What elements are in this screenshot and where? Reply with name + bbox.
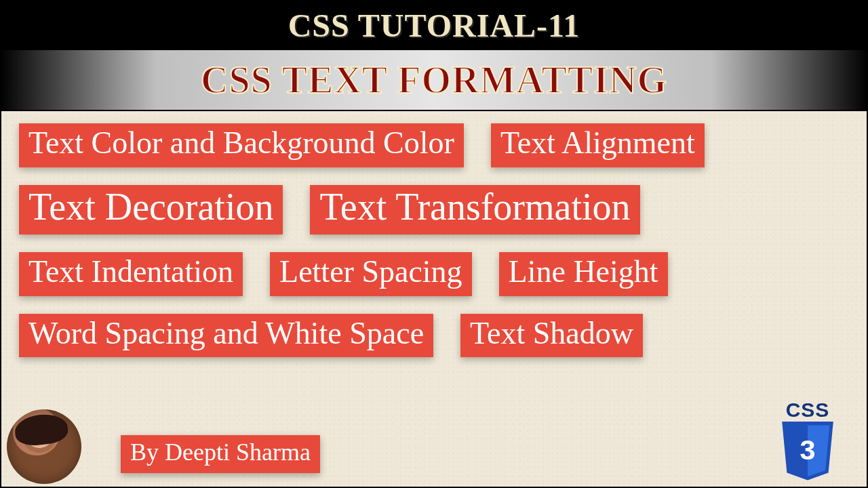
topic-tag: Word Spacing and White Space — [19, 314, 433, 358]
topic-row: Word Spacing and White Space Text Shadow — [19, 314, 849, 358]
topic-tag: Line Height — [499, 252, 668, 296]
topic-row: Text Color and Background Color Text Ali… — [19, 123, 849, 167]
shield-icon: 3 — [774, 422, 842, 483]
topic-tag: Letter Spacing — [270, 252, 472, 296]
css3-badge-number: 3 — [800, 434, 815, 466]
topic-tag: Text Shadow — [460, 314, 643, 358]
topic-row: Text Indentation Letter Spacing Line Hei… — [19, 252, 849, 296]
avatar — [7, 409, 81, 484]
topic-row: Text Decoration Text Transformation — [19, 185, 849, 235]
topic-tag: Text Transformation — [310, 185, 639, 235]
css3-badge: CSS 3 — [770, 399, 845, 483]
header-bar: CSS TUTORIAL-11 — [0, 0, 868, 50]
page-subtitle: CSS TEXT FORMATTING — [201, 58, 667, 102]
topic-tag: Text Alignment — [491, 123, 705, 167]
css3-badge-label: CSS — [770, 399, 845, 422]
footer: By Deepti Sharma CSS 3 — [0, 408, 868, 488]
topic-tag: Text Decoration — [19, 185, 283, 235]
topics-area: Text Color and Background Color Text Ali… — [0, 111, 868, 375]
page-title: CSS TUTORIAL-11 — [288, 7, 580, 44]
topic-tag: Text Color and Background Color — [19, 123, 464, 167]
subtitle-bar: CSS TEXT FORMATTING — [0, 50, 868, 111]
topic-tag: Text Indentation — [19, 252, 243, 296]
byline: By Deepti Sharma — [121, 435, 320, 473]
